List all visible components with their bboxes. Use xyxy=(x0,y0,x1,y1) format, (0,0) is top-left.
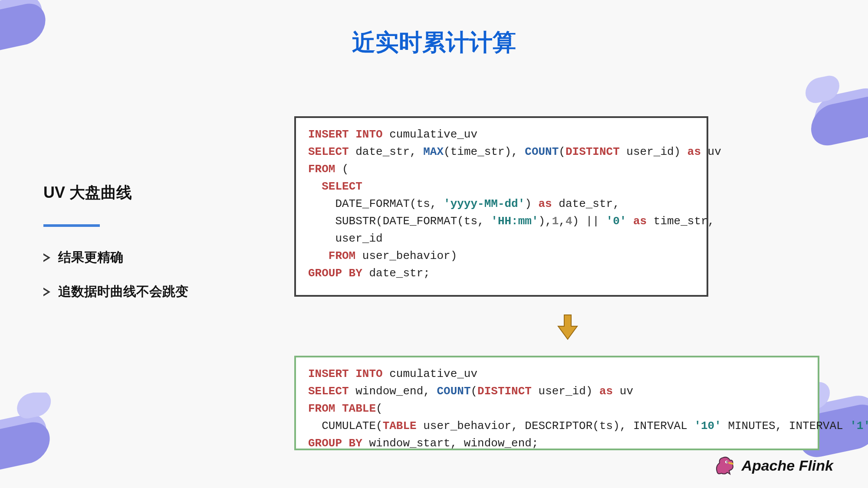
svg-rect-4 xyxy=(0,419,50,475)
svg-rect-5 xyxy=(17,393,51,421)
sql-code-after: INSERT INTO cumulative_uv SELECT window_… xyxy=(294,356,819,450)
svg-rect-3 xyxy=(0,410,46,465)
deco-cloud-bl xyxy=(0,393,82,488)
arrow-down-icon xyxy=(556,313,580,341)
subtitle-underline xyxy=(43,224,100,227)
section-subtitle: UV 大盘曲线 xyxy=(43,182,226,203)
deco-cloud-tr xyxy=(794,69,868,182)
left-column: UV 大盘曲线 结果更精确 追数据时曲线不会跳变 xyxy=(43,182,226,317)
svg-point-13 xyxy=(727,462,728,463)
bullet-text: 结果更精确 xyxy=(58,249,123,266)
bullet-text: 追数据时曲线不会跳变 xyxy=(58,283,188,301)
brand-label: Apache Flink xyxy=(741,457,833,474)
svg-rect-8 xyxy=(806,73,839,105)
chevron-right-icon xyxy=(43,288,50,296)
svg-rect-7 xyxy=(811,93,868,149)
chevron-right-icon xyxy=(43,253,50,262)
svg-rect-6 xyxy=(815,85,868,140)
sql-code-before: INSERT INTO cumulative_uv SELECT date_st… xyxy=(294,116,708,297)
bullet-item: 追数据时曲线不会跳变 xyxy=(43,283,226,301)
brand-footer: Apache Flink xyxy=(713,454,833,477)
svg-rect-2 xyxy=(13,0,46,2)
bullet-list: 结果更精确 追数据时曲线不会跳变 xyxy=(43,249,226,301)
bullet-item: 结果更精确 xyxy=(43,249,226,266)
flink-logo-icon xyxy=(713,454,735,477)
slide-title: 近实时累计计算 xyxy=(0,27,868,59)
